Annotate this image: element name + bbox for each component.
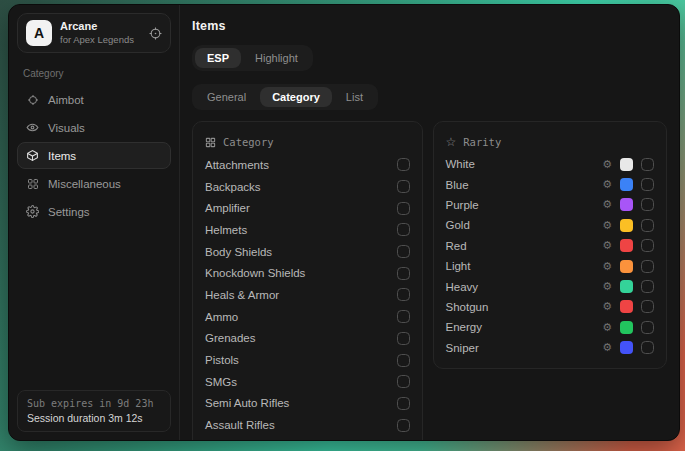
checkbox-attachments[interactable]: [397, 158, 410, 171]
checkbox-gold[interactable]: [641, 219, 654, 232]
checkbox-purple[interactable]: [641, 198, 654, 211]
grid-icon: [26, 178, 39, 190]
checkbox-grenades[interactable]: [397, 332, 410, 345]
rarity-row: Blue ⚙: [446, 174, 654, 194]
gear-icon[interactable]: ⚙: [602, 159, 612, 170]
gear-icon[interactable]: ⚙: [602, 261, 612, 272]
category-card-title: Category: [223, 136, 274, 148]
gear-icon[interactable]: ⚙: [602, 199, 612, 210]
crosshair-icon: [26, 94, 39, 106]
rarity-row: Energy ⚙: [446, 317, 654, 337]
category-row: Ammo: [205, 306, 410, 328]
checkbox-shotgun[interactable]: [641, 300, 654, 313]
rarity-row: Red ⚙: [446, 236, 654, 256]
checkbox-heals-armor[interactable]: [397, 288, 410, 301]
color-swatch-energy[interactable]: [620, 321, 633, 334]
sidebar-item-miscellaneous[interactable]: Miscellaneous: [17, 170, 171, 197]
category-row: Helmets: [205, 219, 410, 241]
rarity-row: Sniper ⚙: [446, 338, 654, 358]
checkbox-backpacks[interactable]: [397, 180, 410, 193]
category-row: Body Shields: [205, 241, 410, 263]
star-icon: ☆: [446, 135, 457, 149]
tab-list[interactable]: List: [334, 87, 375, 107]
color-swatch-gold[interactable]: [620, 219, 633, 232]
rarity-card-title: Rarity: [463, 136, 501, 148]
sidebar-item-label: Items: [48, 150, 76, 162]
sidebar-item-label: Miscellaneous: [48, 178, 121, 190]
rarity-row: Shotgun ⚙: [446, 297, 654, 317]
color-swatch-purple[interactable]: [620, 198, 633, 211]
gear-icon[interactable]: ⚙: [602, 220, 612, 231]
main-content: Items ESP Highlight General Category Lis…: [180, 5, 679, 440]
sidebar: A Arcane for Apex Legends Category: [9, 5, 180, 440]
checkbox-energy[interactable]: [641, 321, 654, 334]
category-row: Amplifier: [205, 197, 410, 219]
rarity-row: White ⚙: [446, 154, 654, 174]
rarity-row: Gold ⚙: [446, 215, 654, 235]
category-row: LMGs: [205, 436, 410, 440]
checkbox-light[interactable]: [641, 260, 654, 273]
checkbox-red[interactable]: [641, 239, 654, 252]
tab-category[interactable]: Category: [260, 87, 332, 107]
checkbox-ammo[interactable]: [397, 310, 410, 323]
rarity-row: Heavy ⚙: [446, 276, 654, 296]
mode-highlight-button[interactable]: Highlight: [243, 48, 310, 68]
rarity-row: Purple ⚙: [446, 195, 654, 215]
color-swatch-sniper[interactable]: [620, 341, 633, 354]
category-row: Backpacks: [205, 176, 410, 198]
category-row: Assault Rifles: [205, 414, 410, 436]
checkbox-white[interactable]: [641, 158, 654, 171]
sidebar-item-aimbot[interactable]: Aimbot: [17, 86, 171, 113]
category-row: Knockdown Shields: [205, 262, 410, 284]
sidebar-item-visuals[interactable]: Visuals: [17, 114, 171, 141]
session-info-card: Sub expires in 9d 23h Session duration 3…: [17, 390, 171, 432]
color-swatch-shotgun[interactable]: [620, 300, 633, 313]
sidebar-item-label: Visuals: [48, 122, 85, 134]
session-duration-text: Session duration 3m 12s: [27, 412, 161, 424]
rarity-card: ☆ Rarity White ⚙ Blue ⚙: [433, 121, 667, 369]
sidebar-section-label: Category: [23, 68, 165, 79]
gear-icon: [26, 205, 39, 218]
category-row: Grenades: [205, 328, 410, 350]
eye-icon: [26, 121, 39, 134]
sidebar-item-label: Settings: [48, 206, 90, 218]
grid-2x2-icon: [205, 137, 216, 148]
checkbox-knockdown-shields[interactable]: [397, 267, 410, 280]
mode-toggle: ESP Highlight: [192, 45, 313, 71]
sidebar-item-items[interactable]: Items: [17, 142, 171, 169]
gear-icon[interactable]: ⚙: [602, 322, 612, 333]
focus-icon[interactable]: [149, 27, 162, 40]
checkbox-helmets[interactable]: [397, 223, 410, 236]
sidebar-item-label: Aimbot: [48, 94, 84, 106]
app-subtitle: for Apex Legends: [60, 34, 134, 46]
category-card: Category Attachments Backpacks Amplifier…: [192, 121, 423, 440]
page-title: Items: [192, 19, 667, 33]
checkbox-semi-auto-rifles[interactable]: [397, 397, 410, 410]
checkbox-amplifier[interactable]: [397, 202, 410, 215]
gear-icon[interactable]: ⚙: [602, 342, 612, 353]
category-row: Semi Auto Rifles: [205, 393, 410, 415]
gear-icon[interactable]: ⚙: [602, 281, 612, 292]
checkbox-assault-rifles[interactable]: [397, 419, 410, 432]
checkbox-blue[interactable]: [641, 178, 654, 191]
color-swatch-white[interactable]: [620, 158, 633, 171]
mode-esp-button[interactable]: ESP: [195, 48, 241, 68]
color-swatch-light[interactable]: [620, 260, 633, 273]
gear-icon[interactable]: ⚙: [602, 179, 612, 190]
sidebar-item-settings[interactable]: Settings: [17, 198, 171, 225]
color-swatch-red[interactable]: [620, 239, 633, 252]
package-icon: [26, 149, 39, 162]
sidebar-nav: Aimbot Visuals Items: [17, 86, 171, 225]
checkbox-body-shields[interactable]: [397, 245, 410, 258]
checkbox-pistols[interactable]: [397, 354, 410, 367]
checkbox-heavy[interactable]: [641, 280, 654, 293]
color-swatch-heavy[interactable]: [620, 280, 633, 293]
gear-icon[interactable]: ⚙: [602, 240, 612, 251]
checkbox-smgs[interactable]: [397, 375, 410, 388]
checkbox-sniper[interactable]: [641, 341, 654, 354]
tab-bar: General Category List: [192, 84, 378, 110]
app-window: A Arcane for Apex Legends Category: [8, 4, 680, 441]
gear-icon[interactable]: ⚙: [602, 301, 612, 312]
color-swatch-blue[interactable]: [620, 178, 633, 191]
tab-general[interactable]: General: [195, 87, 258, 107]
